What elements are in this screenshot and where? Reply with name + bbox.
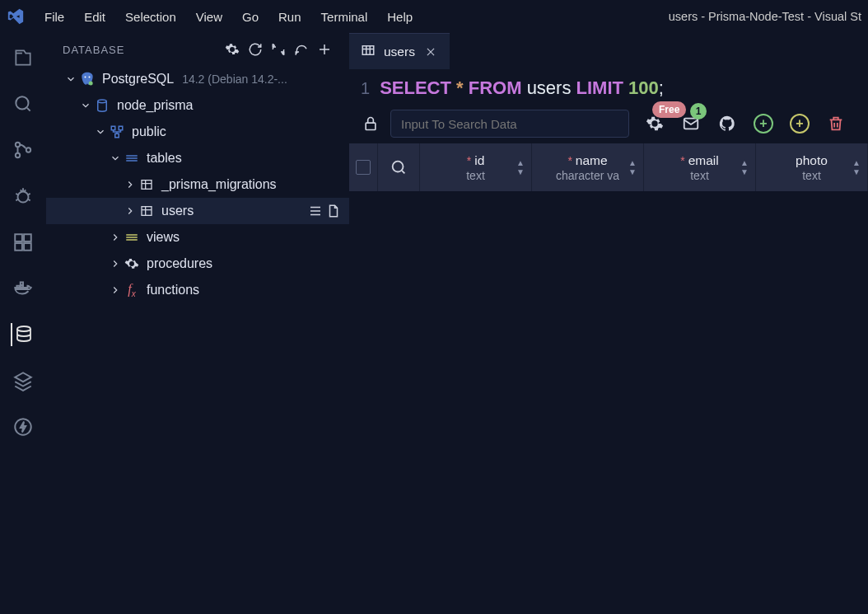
column-name[interactable]: *name character va ▲▼ <box>532 143 644 191</box>
delete-icon[interactable] <box>825 113 847 134</box>
svg-rect-20 <box>115 134 119 138</box>
functions-group[interactable]: fx functions <box>46 277 349 303</box>
refresh-icon[interactable] <box>244 38 267 61</box>
column-type: character va <box>556 169 619 182</box>
chevron-right-icon <box>109 284 122 297</box>
close-icon[interactable] <box>423 45 438 59</box>
chevron-down-icon <box>94 125 107 138</box>
database-tree: PostgreSQL 14.2 (Debian 14.2-... node_pr… <box>46 66 349 303</box>
layers-icon[interactable] <box>12 369 35 392</box>
search-data-input[interactable] <box>390 110 629 138</box>
add-column-icon[interactable]: + <box>789 113 810 134</box>
connection-node[interactable]: PostgreSQL 14.2 (Debian 14.2-... <box>46 66 349 92</box>
data-toolbar: Free 1 + + <box>349 104 868 143</box>
menu-selection[interactable]: Selection <box>115 7 186 27</box>
menu-terminal[interactable]: Terminal <box>311 7 378 27</box>
sort-icon[interactable]: ▲▼ <box>516 158 525 176</box>
extensions-icon[interactable] <box>12 231 35 254</box>
chevron-down-icon <box>64 73 77 86</box>
sidebar-header: DATABASE <box>46 33 349 66</box>
chevron-down-icon <box>79 99 92 112</box>
settings-icon[interactable] <box>221 38 244 61</box>
views-group[interactable]: views <box>46 224 349 251</box>
database-icon[interactable] <box>11 323 34 346</box>
svg-point-0 <box>16 96 28 109</box>
column-type: text <box>802 169 821 182</box>
inbox-icon[interactable]: 1 <box>680 113 702 134</box>
table-icon <box>138 176 155 193</box>
svg-rect-19 <box>119 126 123 130</box>
svg-point-14 <box>85 77 86 78</box>
connection-label: PostgreSQL <box>102 72 174 87</box>
database-small-icon <box>94 97 110 114</box>
schema-icon <box>109 124 125 140</box>
tables-group-icon <box>124 150 140 166</box>
database-node[interactable]: node_prisma <box>46 92 349 119</box>
reload-icon[interactable] <box>290 38 313 61</box>
svg-rect-7 <box>15 243 22 251</box>
required-mark: * <box>467 154 471 167</box>
chevron-down-icon <box>109 152 122 165</box>
sort-icon[interactable]: ▲▼ <box>740 158 749 176</box>
menu-help[interactable]: Help <box>377 7 422 27</box>
docker-icon[interactable] <box>12 277 35 300</box>
thunder-icon[interactable] <box>12 415 35 438</box>
svg-point-1 <box>16 143 20 147</box>
explorer-icon[interactable] <box>12 46 35 69</box>
column-id[interactable]: *id text ▲▼ <box>420 143 532 191</box>
svg-rect-8 <box>24 243 31 251</box>
table-users[interactable]: users <box>46 198 349 224</box>
refresh-alt-icon[interactable] <box>267 38 290 61</box>
required-mark: * <box>680 154 684 167</box>
functions-icon: fx <box>124 282 140 298</box>
column-email[interactable]: *email text ▲▼ <box>644 143 756 191</box>
kw-select: SELECT <box>380 77 451 98</box>
tables-group[interactable]: tables <box>46 145 349 171</box>
svg-rect-6 <box>24 234 31 241</box>
table-prisma-migrations[interactable]: _prisma_migrations <box>46 171 349 198</box>
connection-version: 14.2 (Debian 14.2-... <box>182 73 287 86</box>
lock-icon[interactable] <box>361 114 380 134</box>
svg-point-15 <box>89 77 91 78</box>
column-photo[interactable]: photo text ▲▼ <box>756 143 868 191</box>
database-sidebar: DATABASE PostgreSQL 14.2 (Debian 14.2-..… <box>46 33 349 614</box>
add-row-icon[interactable]: + <box>753 113 774 134</box>
svg-point-3 <box>26 148 30 152</box>
sort-icon[interactable]: ▲▼ <box>628 158 637 176</box>
github-icon[interactable] <box>716 113 738 134</box>
column-search-icon[interactable] <box>378 143 420 191</box>
chevron-right-icon <box>109 257 122 270</box>
settings-icon[interactable]: Free <box>644 113 665 134</box>
sort-icon[interactable]: ▲▼ <box>852 158 861 176</box>
add-icon[interactable] <box>313 38 336 61</box>
source-control-icon[interactable] <box>12 138 35 162</box>
procedures-icon <box>124 255 140 272</box>
table-label: _prisma_migrations <box>161 177 277 192</box>
menu-view[interactable]: View <box>186 7 232 27</box>
menu-edit[interactable]: Edit <box>74 7 115 27</box>
schema-node[interactable]: public <box>46 119 349 145</box>
debug-icon[interactable] <box>12 185 35 208</box>
new-file-icon[interactable] <box>324 202 343 220</box>
activity-bar <box>0 33 46 614</box>
required-mark: * <box>567 154 572 167</box>
svg-rect-21 <box>142 180 152 190</box>
svg-point-17 <box>98 100 107 103</box>
svg-rect-5 <box>15 234 22 241</box>
svg-rect-24 <box>366 123 376 129</box>
editor-area: users 1 SELECT * FROM users LIMIT 100; <box>349 33 868 614</box>
chevron-right-icon <box>109 231 122 244</box>
select-all-checkbox[interactable] <box>349 143 378 191</box>
postgres-icon <box>79 71 96 87</box>
sql-query[interactable]: 1 SELECT * FROM users LIMIT 100; <box>349 69 868 104</box>
procedures-group[interactable]: procedures <box>46 251 349 277</box>
sidebar-title: DATABASE <box>63 44 221 56</box>
search-icon[interactable] <box>12 92 35 115</box>
menu-run[interactable]: Run <box>268 7 311 27</box>
menu-file[interactable]: File <box>35 7 74 27</box>
schema-label: public <box>132 124 166 139</box>
menu-go[interactable]: Go <box>232 7 268 27</box>
list-icon[interactable] <box>306 202 324 220</box>
column-type: text <box>466 169 485 182</box>
tab-users[interactable]: users <box>349 33 450 69</box>
